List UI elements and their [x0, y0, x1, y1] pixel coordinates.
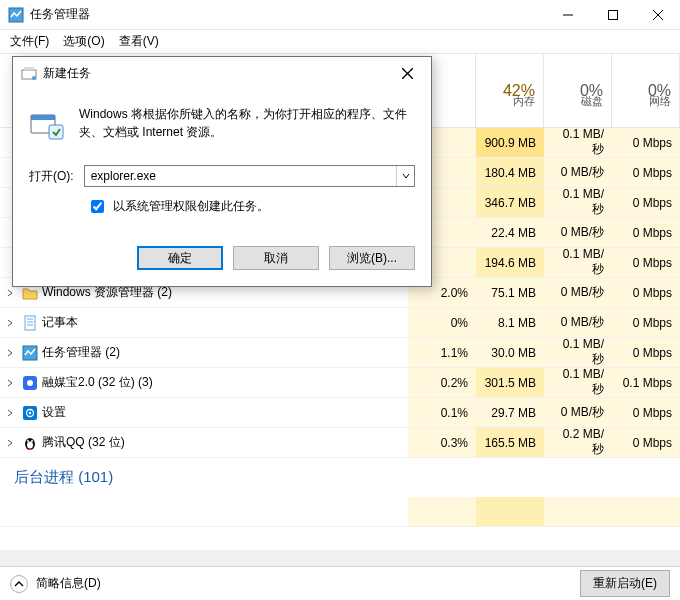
chevron-right-icon	[6, 379, 14, 387]
process-name: 任务管理器 (2)	[40, 338, 408, 367]
disk-cell: 0.1 MB/秒	[544, 128, 612, 157]
chevron-down-icon	[402, 172, 410, 180]
disk-cell: 0 MB/秒	[544, 218, 612, 247]
window-title: 任务管理器	[30, 6, 545, 23]
run-program-icon	[29, 105, 65, 141]
dialog-description: Windows 将根据你所键入的名称，为你打开相应的程序、文件夹、文档或 Int…	[79, 105, 415, 141]
fewer-details-toggle[interactable]	[10, 575, 28, 593]
cpu-cell: 0%	[408, 308, 476, 337]
process-icon	[20, 428, 40, 457]
process-row[interactable]: 记事本0%8.1 MB0 MB/秒0 Mbps	[0, 308, 680, 338]
close-icon	[402, 68, 413, 79]
disk-cell: 0.1 MB/秒	[544, 368, 612, 397]
svg-point-14	[29, 411, 31, 413]
background-processes-header: 后台进程 (101)	[0, 458, 680, 497]
svg-point-18	[31, 440, 33, 442]
expand-toggle[interactable]	[0, 398, 20, 427]
close-button[interactable]	[635, 0, 680, 30]
memory-cell: 30.0 MB	[476, 338, 544, 367]
svg-rect-25	[31, 115, 55, 120]
column-header-network[interactable]: 0% 网络	[612, 54, 680, 127]
network-cell: 0 Mbps	[612, 398, 680, 427]
open-label: 打开(O):	[29, 168, 74, 185]
process-name: 设置	[40, 398, 408, 427]
disk-cell: 0 MB/秒	[544, 158, 612, 187]
combobox-dropdown-button[interactable]	[396, 166, 414, 186]
menu-options[interactable]: 选项(O)	[63, 33, 104, 50]
svg-rect-20	[24, 67, 34, 70]
process-row[interactable]: 任务管理器 (2)1.1%30.0 MB0.1 MB/秒0 Mbps	[0, 338, 680, 368]
footer: 简略信息(D) 重新启动(E)	[0, 566, 680, 600]
expand-toggle[interactable]	[0, 368, 20, 397]
expand-toggle[interactable]	[0, 338, 20, 367]
browse-button[interactable]: 浏览(B)...	[329, 246, 415, 270]
svg-point-11	[27, 380, 33, 386]
expand-toggle[interactable]	[0, 428, 20, 457]
memory-cell: 301.5 MB	[476, 368, 544, 397]
process-row[interactable]: 设置0.1%29.7 MB0 MB/秒0 Mbps	[0, 398, 680, 428]
window-controls	[545, 0, 680, 30]
cpu-cell: 1.1%	[408, 338, 476, 367]
ok-button[interactable]: 确定	[137, 246, 223, 270]
process-row[interactable]: 腾讯QQ (32 位)0.3%165.5 MB0.2 MB/秒0 Mbps	[0, 428, 680, 458]
chevron-right-icon	[6, 289, 14, 297]
column-header-disk[interactable]: 0% 磁盘	[544, 54, 612, 127]
horizontal-scrollbar[interactable]	[0, 550, 680, 566]
memory-cell: 194.6 MB	[476, 248, 544, 277]
chevron-right-icon	[6, 409, 14, 417]
admin-checkbox-label[interactable]: 以系统管理权限创建此任务。	[113, 198, 269, 215]
chevron-right-icon	[6, 319, 14, 327]
process-icon	[20, 398, 40, 427]
svg-rect-2	[608, 10, 617, 19]
network-cell: 0.1 Mbps	[612, 368, 680, 397]
memory-cell: 29.7 MB	[476, 398, 544, 427]
open-input[interactable]	[85, 166, 396, 186]
svg-rect-26	[49, 125, 63, 139]
menubar: 文件(F) 选项(O) 查看(V)	[0, 30, 680, 54]
fewer-details-label[interactable]: 简略信息(D)	[36, 575, 101, 592]
taskmgr-app-icon	[8, 7, 24, 23]
chevron-up-icon	[14, 579, 24, 589]
memory-cell: 22.4 MB	[476, 218, 544, 247]
disk-cell: 0.2 MB/秒	[544, 428, 612, 457]
network-cell: 0 Mbps	[612, 308, 680, 337]
cpu-cell: 0.1%	[408, 398, 476, 427]
dialog-close-button[interactable]	[391, 57, 423, 89]
maximize-button[interactable]	[590, 0, 635, 30]
process-row[interactable]: 融媒宝2.0 (32 位) (3)0.2%301.5 MB0.1 MB/秒0.1…	[0, 368, 680, 398]
memory-cell: 180.4 MB	[476, 158, 544, 187]
cpu-cell: 0.2%	[408, 368, 476, 397]
menu-file[interactable]: 文件(F)	[10, 33, 49, 50]
svg-rect-5	[25, 316, 35, 330]
process-icon	[20, 338, 40, 367]
chevron-right-icon	[6, 439, 14, 447]
network-cell: 0 Mbps	[612, 158, 680, 187]
process-row[interactable]	[0, 497, 680, 527]
network-cell: 0 Mbps	[612, 188, 680, 217]
process-icon	[20, 368, 40, 397]
disk-cell: 0.1 MB/秒	[544, 188, 612, 217]
chevron-right-icon	[6, 349, 14, 357]
disk-cell: 0 MB/秒	[544, 278, 612, 307]
open-combobox[interactable]	[84, 165, 415, 187]
process-name: 记事本	[40, 308, 408, 337]
column-header-memory[interactable]: 42% 内存	[476, 54, 544, 127]
menu-view[interactable]: 查看(V)	[119, 33, 159, 50]
cpu-cell: 0.3%	[408, 428, 476, 457]
network-cell: 0 Mbps	[612, 128, 680, 157]
expand-toggle[interactable]	[0, 308, 20, 337]
process-name: 腾讯QQ (32 位)	[40, 428, 408, 457]
network-cell: 0 Mbps	[612, 278, 680, 307]
network-cell: 0 Mbps	[612, 428, 680, 457]
disk-cell: 0 MB/秒	[544, 308, 612, 337]
cancel-button[interactable]: 取消	[233, 246, 319, 270]
disk-cell: 0.1 MB/秒	[544, 338, 612, 367]
minimize-button[interactable]	[545, 0, 590, 30]
process-name: 融媒宝2.0 (32 位) (3)	[40, 368, 408, 397]
admin-checkbox[interactable]	[91, 200, 104, 213]
restart-button[interactable]: 重新启动(E)	[580, 570, 670, 597]
network-cell: 0 Mbps	[612, 338, 680, 367]
memory-cell: 8.1 MB	[476, 308, 544, 337]
svg-point-17	[27, 440, 29, 442]
disk-cell: 0 MB/秒	[544, 398, 612, 427]
